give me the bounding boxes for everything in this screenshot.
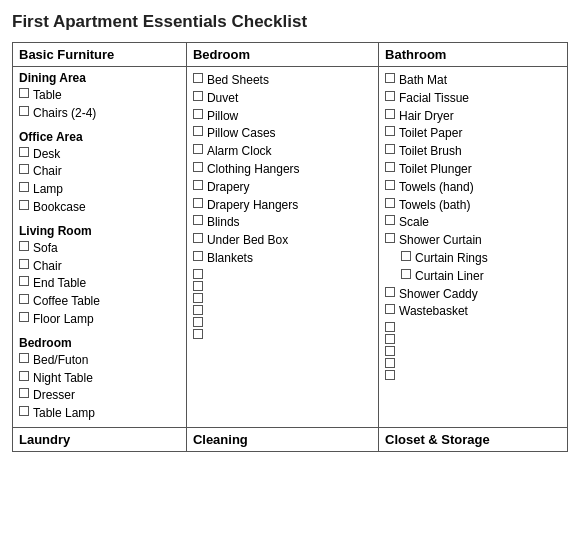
empty-item[interactable]: [193, 328, 372, 339]
empty-item[interactable]: [193, 316, 372, 327]
checkbox[interactable]: [385, 322, 395, 332]
checkbox[interactable]: [385, 198, 395, 208]
list-item[interactable]: Chair: [19, 163, 180, 180]
list-item[interactable]: Towels (bath): [385, 197, 561, 214]
list-item[interactable]: Chairs (2-4): [19, 105, 180, 122]
empty-item[interactable]: [385, 357, 561, 368]
list-item[interactable]: Drapery: [193, 179, 372, 196]
checkbox[interactable]: [193, 198, 203, 208]
list-item[interactable]: Shower Caddy: [385, 286, 561, 303]
list-item[interactable]: Toilet Paper: [385, 125, 561, 142]
list-item[interactable]: Chair: [19, 258, 180, 275]
checkbox[interactable]: [193, 233, 203, 243]
checkbox[interactable]: [385, 126, 395, 136]
list-item[interactable]: Clothing Hangers: [193, 161, 372, 178]
list-item[interactable]: Facial Tissue: [385, 90, 561, 107]
list-item[interactable]: End Table: [19, 275, 180, 292]
checkbox[interactable]: [193, 329, 203, 339]
list-item[interactable]: Drapery Hangers: [193, 197, 372, 214]
list-item[interactable]: Bed/Futon: [19, 352, 180, 369]
list-item[interactable]: Lamp: [19, 181, 180, 198]
checkbox[interactable]: [385, 215, 395, 225]
checkbox[interactable]: [19, 259, 29, 269]
checkbox[interactable]: [385, 287, 395, 297]
checkbox[interactable]: [19, 241, 29, 251]
checkbox[interactable]: [401, 251, 411, 261]
empty-item[interactable]: [385, 369, 561, 380]
checkbox[interactable]: [385, 358, 395, 368]
checkbox[interactable]: [385, 91, 395, 101]
checkbox[interactable]: [19, 106, 29, 116]
checkbox[interactable]: [193, 293, 203, 303]
list-item[interactable]: Toilet Plunger: [385, 161, 561, 178]
list-item[interactable]: Coffee Table: [19, 293, 180, 310]
checkbox[interactable]: [19, 164, 29, 174]
checkbox[interactable]: [193, 91, 203, 101]
list-item[interactable]: Table: [19, 87, 180, 104]
checkbox[interactable]: [193, 109, 203, 119]
checkbox[interactable]: [193, 269, 203, 279]
checkbox[interactable]: [19, 147, 29, 157]
list-item-sub[interactable]: Curtain Rings: [401, 250, 561, 267]
list-item[interactable]: Desk: [19, 146, 180, 163]
empty-item[interactable]: [193, 268, 372, 279]
empty-item[interactable]: [193, 304, 372, 315]
list-item[interactable]: Scale: [385, 214, 561, 231]
list-item[interactable]: Duvet: [193, 90, 372, 107]
list-item[interactable]: Table Lamp: [19, 405, 180, 422]
list-item[interactable]: Pillow Cases: [193, 125, 372, 142]
list-item[interactable]: Alarm Clock: [193, 143, 372, 160]
empty-item[interactable]: [385, 321, 561, 332]
list-item[interactable]: Toilet Brush: [385, 143, 561, 160]
checkbox[interactable]: [385, 334, 395, 344]
list-item-sub[interactable]: Curtain Liner: [401, 268, 561, 285]
list-item[interactable]: Sofa: [19, 240, 180, 257]
checkbox[interactable]: [385, 180, 395, 190]
list-item[interactable]: Bookcase: [19, 199, 180, 216]
checkbox[interactable]: [19, 371, 29, 381]
checkbox[interactable]: [193, 73, 203, 83]
checkbox[interactable]: [19, 200, 29, 210]
checkbox[interactable]: [193, 180, 203, 190]
list-item[interactable]: Shower Curtain: [385, 232, 561, 249]
list-item[interactable]: Hair Dryer: [385, 108, 561, 125]
list-item[interactable]: Night Table: [19, 370, 180, 387]
empty-item[interactable]: [193, 292, 372, 303]
checkbox[interactable]: [193, 126, 203, 136]
checkbox[interactable]: [385, 162, 395, 172]
checkbox[interactable]: [193, 281, 203, 291]
checkbox[interactable]: [193, 305, 203, 315]
checkbox[interactable]: [401, 269, 411, 279]
list-item[interactable]: Dresser: [19, 387, 180, 404]
checkbox[interactable]: [385, 346, 395, 356]
checkbox[interactable]: [19, 88, 29, 98]
checkbox[interactable]: [385, 370, 395, 380]
checkbox[interactable]: [19, 353, 29, 363]
checkbox[interactable]: [385, 73, 395, 83]
empty-item[interactable]: [385, 333, 561, 344]
list-item[interactable]: Blinds: [193, 214, 372, 231]
checkbox[interactable]: [193, 162, 203, 172]
checkbox[interactable]: [193, 317, 203, 327]
list-item[interactable]: Floor Lamp: [19, 311, 180, 328]
checkbox[interactable]: [385, 144, 395, 154]
checkbox[interactable]: [193, 215, 203, 225]
checkbox[interactable]: [385, 304, 395, 314]
empty-item[interactable]: [193, 280, 372, 291]
list-item[interactable]: Bed Sheets: [193, 72, 372, 89]
list-item[interactable]: Under Bed Box: [193, 232, 372, 249]
checkbox[interactable]: [19, 294, 29, 304]
list-item[interactable]: Towels (hand): [385, 179, 561, 196]
checkbox[interactable]: [19, 312, 29, 322]
checkbox[interactable]: [193, 144, 203, 154]
checkbox[interactable]: [19, 276, 29, 286]
checkbox[interactable]: [385, 233, 395, 243]
list-item[interactable]: Blankets: [193, 250, 372, 267]
list-item[interactable]: Bath Mat: [385, 72, 561, 89]
checkbox[interactable]: [19, 406, 29, 416]
checkbox[interactable]: [19, 182, 29, 192]
empty-item[interactable]: [385, 345, 561, 356]
list-item[interactable]: Wastebasket: [385, 303, 561, 320]
checkbox[interactable]: [193, 251, 203, 261]
checkbox[interactable]: [385, 109, 395, 119]
